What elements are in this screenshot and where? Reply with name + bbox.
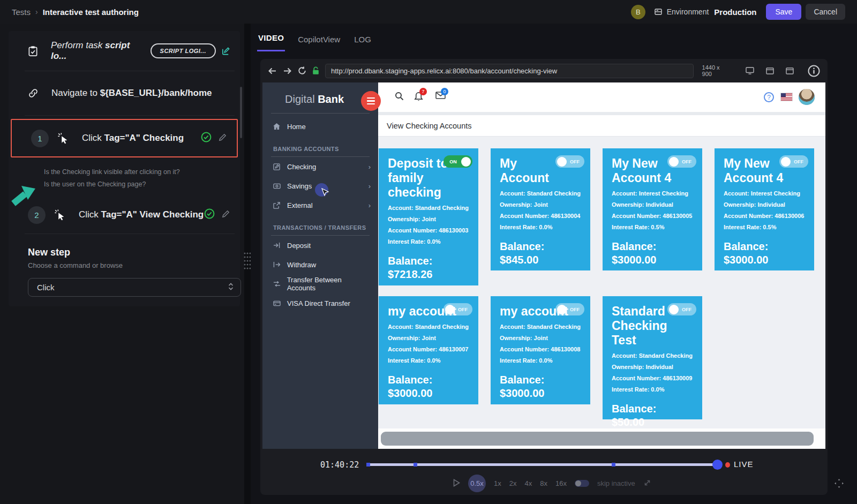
panel-scrollbar[interactable] <box>240 87 242 138</box>
account-card-486130007[interactable]: OFF my account Account: Standard Checkin… <box>379 296 478 404</box>
command-select[interactable]: Click <box>28 278 241 297</box>
step-2-click-view-checking[interactable]: 2 Click Tag="A" View Checking <box>9 196 240 234</box>
task-step-row[interactable]: Perform task script lo... SCRIPT LOGI... <box>9 31 240 71</box>
playback-time: 01:40:22 <box>320 460 359 470</box>
timeline-track[interactable] <box>366 463 718 466</box>
live-dot <box>725 462 730 468</box>
toggle-knob <box>781 157 791 167</box>
step-1-click-checking[interactable]: 1 Click Tag="A" Checking <box>11 119 238 157</box>
speed-0.5x[interactable]: 0.5x <box>468 475 486 492</box>
clipboard-icon <box>28 46 38 57</box>
scrollbar-thumb[interactable] <box>381 432 814 446</box>
new-step-title: New step <box>9 234 240 261</box>
transfer-icon <box>273 281 287 287</box>
step-2-action: Click <box>79 209 101 220</box>
resize-corner-icon[interactable] <box>835 479 844 490</box>
account-balance: Balance:$3000.00 <box>724 240 805 267</box>
tab-video[interactable]: VIDEO <box>257 30 285 51</box>
toggle-label: OFF <box>679 307 695 312</box>
user-avatar[interactable] <box>799 89 815 105</box>
info-icon[interactable] <box>808 65 820 77</box>
fullscreen-icon[interactable] <box>643 479 651 488</box>
viewport-hscrollbar[interactable] <box>378 428 825 449</box>
account-toggle[interactable]: OFF <box>555 303 584 315</box>
tab-log[interactable]: LOG <box>353 32 372 51</box>
bank-logo[interactable]: Digital Bank <box>262 82 378 113</box>
bank-nav-withdraw[interactable]: Withdraw <box>262 255 378 274</box>
environment-value[interactable]: Production <box>714 7 756 17</box>
edit-step-icon[interactable] <box>218 133 227 144</box>
bank-nav-external[interactable]: External › <box>262 195 378 215</box>
account-card-486130008[interactable]: OFF my account Account: Standard Checkin… <box>491 296 590 404</box>
forward-icon[interactable] <box>283 67 292 75</box>
monitor-icon[interactable] <box>746 67 754 74</box>
back-icon[interactable] <box>268 67 277 75</box>
account-number: Account Number: 486130005 <box>612 213 693 219</box>
language-flag-icon[interactable] <box>781 93 792 101</box>
notifications-bell-icon[interactable]: 7 <box>414 92 423 102</box>
search-icon[interactable] <box>395 92 404 101</box>
avatar[interactable]: B <box>631 5 645 19</box>
timeline-marker[interactable] <box>366 463 370 467</box>
timeline-handle[interactable] <box>712 460 723 470</box>
timeline-marker[interactable] <box>612 463 615 467</box>
window-icon[interactable] <box>766 67 774 74</box>
account-rate: Interest Rate: 0.0% <box>500 357 581 364</box>
account-toggle[interactable]: OFF <box>667 155 696 168</box>
help-icon[interactable]: ? <box>764 92 774 102</box>
navigate-step-row[interactable]: Navigate to ${BASE_URL}/bank/home <box>9 71 240 115</box>
account-toggle[interactable]: OFF <box>667 303 696 315</box>
bank-nav-transfer[interactable]: Transfer Between Accounts <box>262 274 378 294</box>
bank-topbar: 7 0 ? <box>378 82 825 112</box>
speed-1x[interactable]: 1x <box>494 479 501 487</box>
click-cursor-icon <box>54 209 66 221</box>
url-bar[interactable]: http://prod.dbank.staging-apps.relicx.ai… <box>325 64 694 78</box>
play-icon[interactable] <box>453 479 460 488</box>
messages-icon[interactable]: 0 <box>435 92 446 99</box>
speed-4x[interactable]: 4x <box>524 479 532 487</box>
account-type: Account: Standard Checking <box>612 352 693 359</box>
breadcrumb-separator: › <box>35 7 38 16</box>
account-number: Account Number: 486130006 <box>724 213 805 219</box>
account-card-486130006[interactable]: OFF My New Account 4 Account: Interest C… <box>715 148 814 270</box>
bank-section-transactions: TRANSACTIONS / TRANSFERS <box>262 215 378 235</box>
edit-step-icon[interactable] <box>221 209 230 221</box>
deposit-icon <box>273 242 287 249</box>
toggle-knob <box>669 305 679 314</box>
bank-nav-deposit[interactable]: Deposit <box>262 236 378 255</box>
tab-copilotview[interactable]: CopilotView <box>297 32 341 51</box>
account-type: Account: Standard Checking <box>388 324 469 330</box>
bank-nav-checking[interactable]: Checking › <box>262 157 378 176</box>
bank-nav-home-label: Home <box>287 123 306 131</box>
account-balance: Balance:$7218.26 <box>388 254 469 281</box>
cancel-button[interactable]: Cancel <box>806 4 845 20</box>
speed-8x[interactable]: 8x <box>540 479 547 487</box>
speed-2x[interactable]: 2x <box>509 479 517 487</box>
toggle-label: OFF <box>679 159 695 164</box>
account-card-486130009[interactable]: OFF Standard Checking Test Account: Stan… <box>603 296 702 419</box>
timeline-marker[interactable] <box>414 463 417 467</box>
account-card-486130005[interactable]: OFF My New Account 4 Account: Interest C… <box>603 148 702 270</box>
live-label: LIVE <box>734 460 754 469</box>
script-login-badge[interactable]: SCRIPT LOGI... <box>151 43 216 58</box>
window-small-icon[interactable] <box>786 67 794 74</box>
annotation-arrow <box>10 183 35 208</box>
divider <box>25 115 235 116</box>
account-ownership: Ownership: Joint <box>388 335 469 341</box>
account-card-486130003[interactable]: ON Deposit to family checking Account: S… <box>379 148 478 285</box>
menu-toggle-button[interactable] <box>361 91 381 111</box>
account-toggle[interactable]: OFF <box>779 155 808 168</box>
reload-icon[interactable] <box>298 66 306 75</box>
edit-script-icon[interactable] <box>221 47 230 56</box>
bank-nav-home[interactable]: Home <box>262 117 378 136</box>
panel-resize-handle[interactable] <box>244 24 251 504</box>
account-toggle[interactable]: OFF <box>443 303 472 315</box>
bank-nav-visa[interactable]: VISA Direct Transfer <box>262 294 378 313</box>
breadcrumb-tests[interactable]: Tests <box>12 7 31 17</box>
account-toggle[interactable]: OFF <box>555 155 584 168</box>
speed-16x[interactable]: 16x <box>555 479 567 487</box>
save-button[interactable]: Save <box>766 4 801 20</box>
account-toggle[interactable]: ON <box>443 155 472 168</box>
account-card-486130004[interactable]: OFF My Account Account: Standard Checkin… <box>491 148 590 270</box>
skip-inactive-toggle[interactable] <box>575 480 589 487</box>
